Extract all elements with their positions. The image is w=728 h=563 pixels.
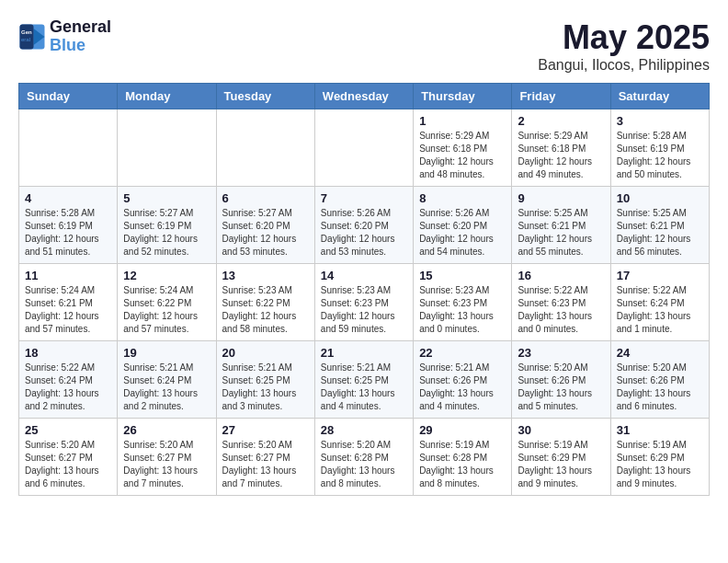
calendar-cell: 14Sunrise: 5:23 AM Sunset: 6:23 PM Dayli… (314, 264, 413, 341)
calendar-cell: 9Sunrise: 5:25 AM Sunset: 6:21 PM Daylig… (512, 187, 610, 264)
calendar-cell: 19Sunrise: 5:21 AM Sunset: 6:24 PM Dayli… (118, 341, 216, 419)
day-info: Sunrise: 5:20 AM Sunset: 6:27 PM Dayligh… (123, 439, 210, 490)
day-number: 22 (419, 346, 506, 360)
day-info: Sunrise: 5:19 AM Sunset: 6:29 PM Dayligh… (518, 439, 604, 490)
calendar-cell: 20Sunrise: 5:21 AM Sunset: 6:25 PM Dayli… (216, 341, 314, 419)
calendar-week-1: 1Sunrise: 5:29 AM Sunset: 6:18 PM Daylig… (19, 109, 710, 187)
day-info: Sunrise: 5:22 AM Sunset: 6:24 PM Dayligh… (25, 362, 111, 413)
month-title: May 2025 (538, 18, 710, 57)
calendar-cell: 12Sunrise: 5:24 AM Sunset: 6:22 PM Dayli… (118, 264, 216, 341)
logo: Gen eral GeneralBlue (18, 18, 111, 55)
calendar-week-4: 18Sunrise: 5:22 AM Sunset: 6:24 PM Dayli… (19, 341, 710, 419)
day-info: Sunrise: 5:25 AM Sunset: 6:21 PM Dayligh… (617, 207, 703, 259)
calendar-cell (216, 109, 314, 187)
calendar-cell: 5Sunrise: 5:27 AM Sunset: 6:19 PM Daylig… (118, 187, 216, 264)
day-info: Sunrise: 5:21 AM Sunset: 6:25 PM Dayligh… (222, 362, 309, 413)
calendar-cell: 17Sunrise: 5:22 AM Sunset: 6:24 PM Dayli… (610, 264, 709, 341)
calendar-cell: 11Sunrise: 5:24 AM Sunset: 6:21 PM Dayli… (19, 264, 118, 341)
calendar-cell: 1Sunrise: 5:29 AM Sunset: 6:18 PM Daylig… (414, 109, 512, 187)
day-info: Sunrise: 5:22 AM Sunset: 6:23 PM Dayligh… (518, 284, 604, 336)
weekday-header-friday: Friday (512, 84, 610, 109)
weekday-header-sunday: Sunday (19, 84, 118, 109)
weekday-row: SundayMondayTuesdayWednesdayThursdayFrid… (19, 84, 710, 109)
day-number: 13 (222, 269, 309, 282)
logo-name: GeneralBlue (50, 18, 111, 55)
day-info: Sunrise: 5:20 AM Sunset: 6:27 PM Dayligh… (222, 439, 309, 490)
day-number: 15 (419, 269, 506, 282)
calendar-cell: 24Sunrise: 5:20 AM Sunset: 6:26 PM Dayli… (610, 341, 709, 419)
day-info: Sunrise: 5:23 AM Sunset: 6:23 PM Dayligh… (321, 284, 407, 336)
calendar-body: 1Sunrise: 5:29 AM Sunset: 6:18 PM Daylig… (19, 109, 710, 496)
day-number: 25 (25, 423, 111, 437)
day-number: 19 (123, 346, 210, 360)
calendar-cell: 4Sunrise: 5:28 AM Sunset: 6:19 PM Daylig… (19, 187, 118, 264)
day-number: 28 (321, 423, 407, 437)
calendar-cell: 7Sunrise: 5:26 AM Sunset: 6:20 PM Daylig… (314, 187, 413, 264)
calendar-cell: 28Sunrise: 5:20 AM Sunset: 6:28 PM Dayli… (314, 419, 413, 496)
day-number: 16 (518, 269, 604, 282)
day-number: 12 (123, 269, 210, 282)
day-info: Sunrise: 5:21 AM Sunset: 6:26 PM Dayligh… (419, 362, 506, 413)
calendar-cell: 10Sunrise: 5:25 AM Sunset: 6:21 PM Dayli… (610, 187, 709, 264)
day-info: Sunrise: 5:19 AM Sunset: 6:29 PM Dayligh… (617, 439, 703, 490)
day-number: 9 (518, 191, 604, 205)
calendar-cell: 31Sunrise: 5:19 AM Sunset: 6:29 PM Dayli… (610, 419, 709, 496)
day-info: Sunrise: 5:20 AM Sunset: 6:26 PM Dayligh… (617, 362, 703, 413)
calendar-cell: 2Sunrise: 5:29 AM Sunset: 6:18 PM Daylig… (512, 109, 610, 187)
weekday-header-tuesday: Tuesday (216, 84, 314, 109)
day-number: 10 (617, 191, 703, 205)
day-number: 31 (617, 423, 703, 437)
calendar-week-2: 4Sunrise: 5:28 AM Sunset: 6:19 PM Daylig… (19, 187, 710, 264)
calendar-cell: 22Sunrise: 5:21 AM Sunset: 6:26 PM Dayli… (414, 341, 512, 419)
day-number: 3 (617, 114, 703, 128)
day-number: 2 (518, 114, 604, 128)
logo-text: GeneralBlue (50, 18, 111, 55)
day-info: Sunrise: 5:21 AM Sunset: 6:24 PM Dayligh… (123, 362, 210, 413)
day-info: Sunrise: 5:28 AM Sunset: 6:19 PM Dayligh… (25, 207, 111, 259)
calendar-cell: 13Sunrise: 5:23 AM Sunset: 6:22 PM Dayli… (216, 264, 314, 341)
day-info: Sunrise: 5:26 AM Sunset: 6:20 PM Dayligh… (419, 207, 506, 259)
logo-icon: Gen eral (18, 23, 46, 51)
day-number: 14 (321, 269, 407, 282)
svg-text:eral: eral (21, 36, 30, 41)
day-number: 27 (222, 423, 309, 437)
day-number: 20 (222, 346, 309, 360)
day-number: 7 (321, 191, 407, 205)
calendar-week-5: 25Sunrise: 5:20 AM Sunset: 6:27 PM Dayli… (19, 419, 710, 496)
page-header: Gen eral GeneralBlue May 2025 Bangui, Il… (18, 18, 710, 74)
day-number: 26 (123, 423, 210, 437)
day-number: 4 (25, 191, 111, 205)
calendar-cell (314, 109, 413, 187)
calendar-cell: 16Sunrise: 5:22 AM Sunset: 6:23 PM Dayli… (512, 264, 610, 341)
calendar-cell: 26Sunrise: 5:20 AM Sunset: 6:27 PM Dayli… (118, 419, 216, 496)
location-title: Bangui, Ilocos, Philippines (538, 57, 710, 74)
day-info: Sunrise: 5:27 AM Sunset: 6:19 PM Dayligh… (123, 207, 210, 259)
day-info: Sunrise: 5:27 AM Sunset: 6:20 PM Dayligh… (222, 207, 309, 259)
calendar-cell: 25Sunrise: 5:20 AM Sunset: 6:27 PM Dayli… (19, 419, 118, 496)
calendar-table: SundayMondayTuesdayWednesdayThursdayFrid… (18, 83, 710, 496)
calendar-cell: 29Sunrise: 5:19 AM Sunset: 6:28 PM Dayli… (414, 419, 512, 496)
day-info: Sunrise: 5:23 AM Sunset: 6:23 PM Dayligh… (419, 284, 506, 336)
day-info: Sunrise: 5:25 AM Sunset: 6:21 PM Dayligh… (518, 207, 604, 259)
calendar-cell: 23Sunrise: 5:20 AM Sunset: 6:26 PM Dayli… (512, 341, 610, 419)
day-number: 30 (518, 423, 604, 437)
weekday-header-thursday: Thursday (414, 84, 512, 109)
calendar-cell (118, 109, 216, 187)
day-number: 24 (617, 346, 703, 360)
calendar-cell: 3Sunrise: 5:28 AM Sunset: 6:19 PM Daylig… (610, 109, 709, 187)
day-info: Sunrise: 5:29 AM Sunset: 6:18 PM Dayligh… (419, 130, 506, 181)
day-info: Sunrise: 5:19 AM Sunset: 6:28 PM Dayligh… (419, 439, 506, 490)
day-number: 17 (617, 269, 703, 282)
calendar-cell: 8Sunrise: 5:26 AM Sunset: 6:20 PM Daylig… (414, 187, 512, 264)
title-area: May 2025 Bangui, Ilocos, Philippines (538, 18, 710, 74)
day-number: 8 (419, 191, 506, 205)
day-info: Sunrise: 5:24 AM Sunset: 6:22 PM Dayligh… (123, 284, 210, 336)
calendar-cell (19, 109, 118, 187)
calendar-cell: 18Sunrise: 5:22 AM Sunset: 6:24 PM Dayli… (19, 341, 118, 419)
day-info: Sunrise: 5:24 AM Sunset: 6:21 PM Dayligh… (25, 284, 111, 336)
calendar-week-3: 11Sunrise: 5:24 AM Sunset: 6:21 PM Dayli… (19, 264, 710, 341)
day-info: Sunrise: 5:22 AM Sunset: 6:24 PM Dayligh… (617, 284, 703, 336)
weekday-header-monday: Monday (118, 84, 216, 109)
day-number: 29 (419, 423, 506, 437)
day-number: 5 (123, 191, 210, 205)
